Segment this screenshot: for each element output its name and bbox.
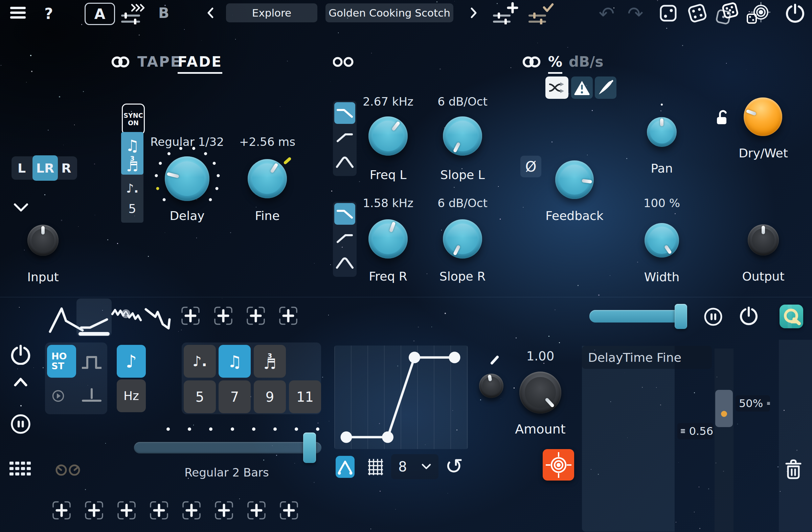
mod-collapse-button[interactable]	[13, 202, 29, 213]
mod-depth-knob[interactable]	[479, 374, 504, 398]
channel-l-button[interactable]: L	[18, 161, 26, 176]
add-modulator-button[interactable]	[214, 501, 234, 520]
fine-knob[interactable]	[248, 159, 287, 198]
rate-note-button[interactable]: ♪	[117, 345, 146, 378]
delay-mode-tape-tab[interactable]: TAPE	[137, 54, 181, 70]
menu-button[interactable]	[10, 6, 27, 20]
freq-r-knob[interactable]	[368, 219, 408, 259]
feedback-warning-button[interactable]	[571, 76, 593, 99]
filter-r-highpass-button[interactable]	[334, 227, 355, 249]
envelope-tool-button[interactable]	[336, 456, 354, 478]
undo-button[interactable]: ↶	[599, 3, 615, 25]
phase-invert-button[interactable]: Ø	[520, 156, 541, 177]
add-modulator-button[interactable]	[246, 306, 265, 326]
feedback-knob[interactable]	[555, 160, 594, 199]
input-knob[interactable]	[27, 225, 59, 256]
add-modulator-button[interactable]	[279, 501, 299, 520]
feedback-knife-button[interactable]	[595, 76, 617, 99]
steps-dropdown[interactable]: 8	[391, 454, 438, 479]
feedback-unit-dbs-tab[interactable]: dB/s	[569, 54, 603, 70]
width-knob[interactable]	[644, 223, 679, 258]
delete-slot-button[interactable]	[784, 459, 802, 480]
add-modulator-button[interactable]	[247, 501, 266, 520]
ground-mode-button[interactable]	[79, 385, 104, 406]
note-dotted-button[interactable]: ♪.	[126, 182, 139, 195]
note-quintuplet-button[interactable]: 5	[129, 202, 136, 216]
mod-list-button[interactable]	[10, 462, 31, 476]
filter-l-lowpass-button[interactable]	[334, 102, 355, 124]
feedback-unit-percent-tab[interactable]: %	[548, 54, 562, 74]
ab-slot-a-button[interactable]: A	[85, 3, 115, 25]
sync-toggle[interactable]: SYNC ON	[122, 103, 145, 135]
mod-amount-handle[interactable]	[715, 390, 733, 427]
shape-ramp-tab-selected[interactable]	[76, 299, 112, 336]
note-triplet-button[interactable]: 3 ♬	[126, 156, 139, 172]
mod-slot-title-bar[interactable]: DelayTime Fine	[582, 346, 712, 369]
grid-div-7-button[interactable]: 7	[219, 380, 251, 413]
rate-slider-handle[interactable]	[303, 432, 316, 463]
grid-div-11-button[interactable]: 11	[289, 380, 321, 413]
filter-r-bandpass-button[interactable]	[334, 253, 355, 274]
redo-button[interactable]: ↷	[628, 3, 643, 25]
add-modulator-button[interactable]	[278, 306, 298, 326]
envelope-curve[interactable]	[334, 346, 468, 449]
ab-slot-b-button[interactable]: B	[158, 5, 169, 21]
save-preset-button[interactable]	[528, 2, 555, 24]
delay-knob[interactable]	[165, 156, 209, 201]
host-sync-button[interactable]: HOST	[47, 345, 76, 378]
mod-global-power-button[interactable]	[740, 306, 758, 326]
delay-mode-fade-tab[interactable]: FADE	[178, 54, 222, 74]
drywet-knob[interactable]	[744, 98, 782, 136]
feedback-link-channels-toggle[interactable]	[522, 54, 541, 70]
grid-dotted-button[interactable]: ♪.	[184, 345, 216, 378]
mod-target-button[interactable]	[543, 449, 574, 480]
help-button[interactable]: ?	[44, 5, 53, 22]
explore-button[interactable]: Explore	[226, 3, 317, 22]
add-modulator-button[interactable]	[182, 501, 201, 520]
mod-power-button[interactable]	[11, 345, 30, 365]
shape-zigzag-tab[interactable]	[144, 304, 172, 330]
bypass-button[interactable]	[786, 3, 804, 23]
drywet-lock-button[interactable]	[716, 109, 729, 125]
mod-amount-column[interactable]	[714, 348, 734, 532]
envelope-editor[interactable]	[334, 346, 468, 449]
save-preset-as-new-button[interactable]	[492, 2, 519, 24]
add-modulator-button[interactable]	[181, 306, 200, 326]
pan-knob[interactable]	[647, 117, 677, 147]
mod-pause-button[interactable]	[10, 414, 31, 434]
randomize-target-button[interactable]	[746, 1, 770, 25]
companion-app-button[interactable]	[780, 305, 803, 328]
shape-noise-tab[interactable]	[111, 305, 142, 325]
note-regular-button[interactable]: ♫	[125, 136, 139, 155]
freq-l-knob[interactable]	[368, 116, 408, 156]
mod-master-slider-track[interactable]	[589, 310, 686, 322]
add-modulator-button[interactable]	[214, 306, 233, 326]
channel-lr-button[interactable]: LR	[32, 155, 58, 181]
grid-div-9-button[interactable]: 9	[254, 380, 286, 413]
loop-mode-button[interactable]: ↺	[445, 454, 463, 479]
slope-r-knob[interactable]	[443, 219, 482, 259]
retrigger-play-button[interactable]	[52, 389, 65, 403]
channel-r-button[interactable]: R	[61, 161, 71, 176]
filter-l-highpass-button[interactable]	[334, 127, 355, 148]
grid-triplet-button[interactable]: 3 ♬	[254, 345, 286, 378]
delay-link-channels-toggle[interactable]	[111, 54, 130, 70]
prev-preset-button[interactable]	[206, 7, 215, 19]
randomize-all-button[interactable]	[714, 1, 740, 25]
filter-r-lowpass-button[interactable]	[334, 203, 355, 225]
grid-div-5-button[interactable]: 5	[184, 380, 216, 413]
pulse-mode-button[interactable]	[78, 345, 105, 378]
rate-hz-button[interactable]: Hz	[117, 379, 146, 412]
grid-snap-button[interactable]	[367, 458, 385, 476]
mod-master-slider-handle[interactable]	[675, 304, 687, 329]
filter-link-channels-toggle[interactable]	[333, 55, 355, 69]
add-modulator-button[interactable]	[84, 501, 104, 520]
mod-global-pause-button[interactable]	[704, 307, 723, 327]
add-modulator-button[interactable]	[52, 501, 71, 520]
filter-l-bandpass-button[interactable]	[334, 152, 355, 173]
slope-l-knob[interactable]	[443, 116, 482, 156]
next-preset-button[interactable]	[469, 7, 478, 19]
mod-direction-up-button[interactable]	[14, 376, 28, 401]
output-knob[interactable]	[748, 225, 779, 256]
add-modulator-button[interactable]	[149, 501, 169, 520]
